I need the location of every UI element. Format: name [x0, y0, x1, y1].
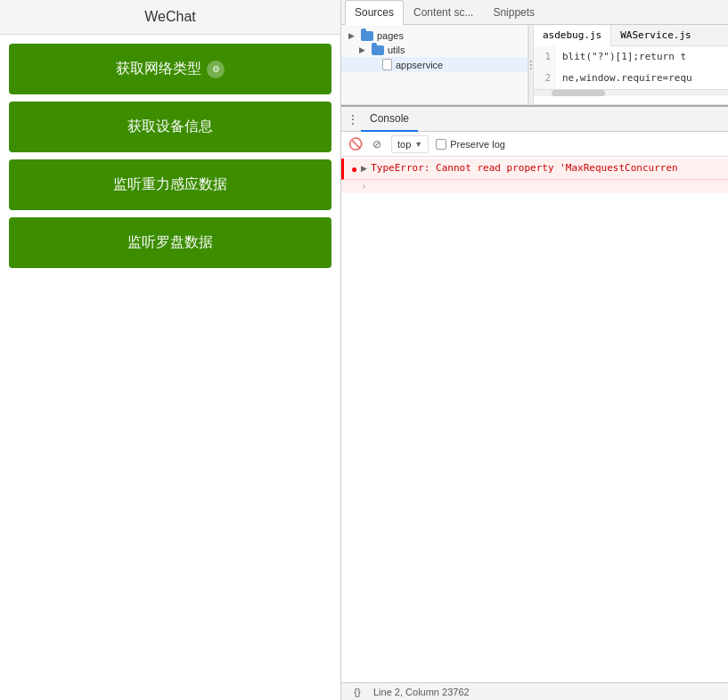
horizontal-scrollbar[interactable] [534, 89, 728, 96]
sources-tree: ▶ pages ▶ utils appservice [341, 25, 528, 104]
wechat-panel: WeChat 获取网络类型 ⚙ 获取设备信息 监听重力感应数据 监听罗盘数据 [0, 0, 341, 700]
expand-arrow[interactable]: ▶ [361, 164, 367, 173]
context-selector[interactable]: top ▼ [391, 135, 429, 153]
btn-network-label: 获取网络类型 [116, 60, 201, 78]
network-icon: ⚙ [207, 61, 225, 78]
tab-snippets[interactable]: Snippets [483, 0, 544, 25]
tab-console[interactable]: Console [361, 107, 418, 132]
divider-dots [530, 61, 532, 69]
folder-icon-pages [361, 31, 373, 41]
console-options-icon[interactable]: ⋮ [345, 111, 361, 127]
context-label: top [397, 139, 411, 150]
sources-tabs-bar: Sources Content sc... Snippets [341, 0, 728, 25]
code-line-1: 1 blit("?")[1];return t [534, 46, 728, 68]
btn-get-device[interactable]: 获取设备信息 [9, 102, 331, 152]
file-tabs-bar: asdebug.js WAService.js [534, 25, 728, 46]
right-code-panel: asdebug.js WAService.js 1 blit("?")[1];r… [534, 25, 728, 104]
file-icon-appservice [382, 59, 392, 70]
console-section: ⋮ Console 🚫 ⊘ top ▼ Preserve log ● ▶ [341, 105, 728, 700]
block-icon[interactable]: 🚫 [348, 137, 363, 151]
folder-icon-utils [372, 45, 384, 55]
btn-gravity-label: 监听重力感应数据 [113, 175, 227, 194]
tab-waservice[interactable]: WAService.js [611, 25, 699, 46]
btn-get-network[interactable]: 获取网络类型 ⚙ [9, 44, 331, 94]
status-bar: {} Line 2, Column 23762 [341, 682, 728, 700]
sources-top: ▶ pages ▶ utils appservice [341, 25, 728, 105]
tree-item-pages[interactable]: ▶ pages [341, 28, 528, 43]
btn-device-label: 获取设备信息 [127, 118, 213, 136]
tree-arrow-utils: ▶ [359, 45, 368, 54]
tree-arrow-pages: ▶ [348, 31, 357, 40]
tab-content-sc[interactable]: Content sc... [404, 0, 483, 25]
preserve-log-text: Preserve log [450, 139, 505, 150]
btn-gravity[interactable]: 监听重力感应数据 [9, 159, 331, 210]
tree-item-appservice[interactable]: appservice [341, 57, 528, 72]
error-icon: ● [351, 163, 357, 175]
tab-sources[interactable]: Sources [345, 0, 404, 25]
code-line-2: 2 ne,window.require=requ [534, 68, 728, 89]
wechat-content: 获取网络类型 ⚙ 获取设备信息 监听重力感应数据 监听罗盘数据 [0, 35, 340, 700]
scrollbar-thumb[interactable] [552, 90, 605, 96]
devtools-panel: Sources Content sc... Snippets ▶ pages ▶… [341, 0, 728, 700]
error-text: TypeError: Cannot read property 'MaxRequ… [371, 162, 721, 174]
console-content: ● ▶ TypeError: Cannot read property 'Max… [341, 157, 728, 682]
tree-label-utils: utils [388, 45, 405, 55]
status-text: Line 2, Column 23762 [373, 687, 470, 697]
console-error-row: ● ▶ TypeError: Cannot read property 'Max… [341, 159, 728, 180]
tree-item-utils[interactable]: ▶ utils [341, 43, 528, 57]
arrow-symbol: › [363, 182, 365, 191]
preserve-log-label[interactable]: Preserve log [436, 139, 505, 150]
filter-icon[interactable]: ⊘ [370, 137, 384, 151]
format-icon[interactable]: {} [348, 685, 366, 699]
wechat-title: WeChat [0, 0, 340, 35]
console-arrow-row: › [341, 180, 728, 193]
btn-compass[interactable]: 监听罗盘数据 [9, 217, 331, 268]
console-toolbar: 🚫 ⊘ top ▼ Preserve log [341, 132, 728, 157]
context-arrow-icon: ▼ [414, 140, 422, 149]
tree-label-appservice: appservice [396, 60, 443, 70]
tab-asdebug[interactable]: asdebug.js [534, 25, 611, 46]
tree-label-pages: pages [377, 30, 404, 41]
preserve-log-checkbox[interactable] [436, 139, 446, 150]
console-tabs-bar: ⋮ Console [341, 107, 728, 132]
btn-compass-label: 监听罗盘数据 [127, 233, 213, 252]
